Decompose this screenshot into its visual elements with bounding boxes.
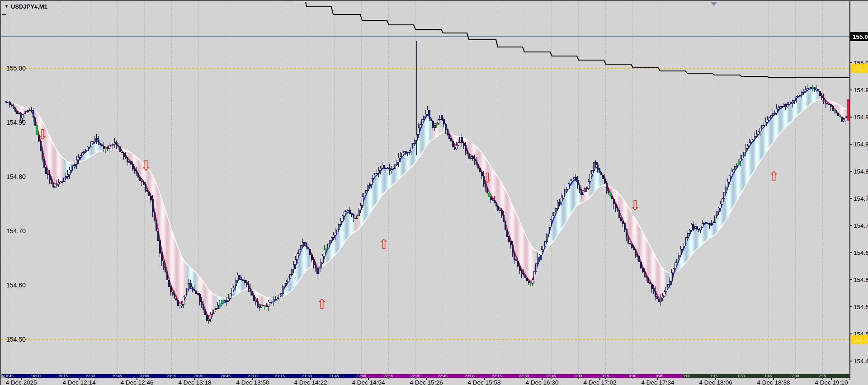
svg-text:20:45: 20:45 <box>221 374 231 378</box>
svg-text:20:15: 20:15 <box>166 374 176 378</box>
svg-text:21:00: 21:00 <box>248 374 258 378</box>
svg-text:154.85: 154.85 <box>854 141 868 148</box>
svg-text:4 Dec 14:54: 4 Dec 14:54 <box>352 379 385 385</box>
svg-text:4 Dec 19:10: 4 Dec 19:10 <box>815 379 848 385</box>
svg-text:154.60: 154.60 <box>854 277 868 283</box>
svg-text:18:45: 18:45 <box>4 374 14 378</box>
down-arrow-icon: ⇩ <box>140 158 151 173</box>
down-arrow-icon: ⇩ <box>37 127 48 142</box>
svg-text:2:00: 2:00 <box>792 374 799 378</box>
svg-text:155.00: 155.00 <box>853 65 868 72</box>
svg-text:4 Dec 2025: 4 Dec 2025 <box>5 379 37 385</box>
svg-text:4 Dec 13:50: 4 Dec 13:50 <box>236 379 269 385</box>
svg-text:0:45: 0:45 <box>656 374 664 378</box>
svg-text:0:30: 0:30 <box>629 374 637 378</box>
svg-text:0:15: 0:15 <box>602 374 609 378</box>
svg-text:2:15: 2:15 <box>819 374 826 378</box>
svg-text:1:00: 1:00 <box>683 374 691 378</box>
svg-text:154.70: 154.70 <box>854 222 868 229</box>
svg-text:20:00: 20:00 <box>139 374 149 378</box>
svg-text:1:45: 1:45 <box>764 374 772 378</box>
svg-text:22:30: 22:30 <box>410 374 420 378</box>
svg-text:154.90: 154.90 <box>6 119 26 126</box>
svg-text:22:15: 22:15 <box>383 374 393 378</box>
svg-text:21:30: 21:30 <box>302 374 312 378</box>
chart-window: ▼ USDJPY#,M1 ⇩⇩⇩⇩⇧⇧⇧155.00154.90154.8015… <box>0 0 868 385</box>
svg-text:4 Dec 16:30: 4 Dec 16:30 <box>526 379 559 385</box>
svg-text:154.70: 154.70 <box>6 227 26 235</box>
chart-title: ▼ USDJPY#,M1 <box>5 3 47 10</box>
svg-text:4 Dec 12:46: 4 Dec 12:46 <box>121 379 154 385</box>
svg-text:154.60: 154.60 <box>6 282 26 289</box>
left-edge-tick <box>2 14 6 15</box>
svg-text:154.55: 154.55 <box>854 304 868 310</box>
svg-text:4 Dec 15:26: 4 Dec 15:26 <box>410 379 443 385</box>
svg-text:4 Dec 17:02: 4 Dec 17:02 <box>584 379 617 385</box>
price-box-yellow: 155.00 <box>850 64 868 73</box>
svg-text:4 Dec 18:06: 4 Dec 18:06 <box>699 379 732 385</box>
svg-text:155.00: 155.00 <box>6 65 26 72</box>
svg-text:154.65: 154.65 <box>854 249 868 256</box>
symbol-dropdown-icon[interactable]: ▼ <box>5 5 9 9</box>
svg-text:19:30: 19:30 <box>85 374 95 378</box>
svg-text:154.45: 154.45 <box>854 358 868 365</box>
svg-text:154.75: 154.75 <box>854 195 868 202</box>
chart-title-label: USDJPY#,M1 <box>11 3 47 10</box>
svg-text:22:00: 22:00 <box>356 374 366 378</box>
svg-text:1:15: 1:15 <box>710 374 718 378</box>
svg-text:0:00: 0:00 <box>575 374 582 378</box>
price-box-yellow: 154.50 <box>850 335 868 344</box>
svg-text:19:00: 19:00 <box>31 374 41 378</box>
svg-text:154.80: 154.80 <box>854 168 868 175</box>
price-chart-canvas[interactable]: ⇩⇩⇩⇩⇧⇧⇧155.00154.90154.80154.70154.60154… <box>1 1 868 385</box>
up-arrow-icon: ⇧ <box>768 169 779 184</box>
down-arrow-icon: ⇩ <box>481 170 493 185</box>
svg-text:1:30: 1:30 <box>737 374 745 378</box>
svg-text:154.90: 154.90 <box>854 114 868 121</box>
svg-text:154.50: 154.50 <box>6 336 26 343</box>
price-box-dark: 155.06 <box>850 32 868 41</box>
svg-text:4 Dec 17:34: 4 Dec 17:34 <box>642 379 675 385</box>
down-arrow-icon: ⇩ <box>629 198 641 213</box>
current-candle-bar <box>847 99 850 121</box>
svg-text:23:15: 23:15 <box>492 374 502 378</box>
svg-text:4 Dec 18:38: 4 Dec 18:38 <box>757 379 790 385</box>
svg-text:19:45: 19:45 <box>112 374 122 378</box>
svg-text:23:00: 23:00 <box>465 374 475 378</box>
svg-text:155.06: 155.06 <box>853 33 868 40</box>
svg-text:21:15: 21:15 <box>275 374 285 378</box>
svg-text:154.95: 154.95 <box>854 87 868 94</box>
svg-text:4 Dec 15:58: 4 Dec 15:58 <box>468 379 501 385</box>
svg-text:4 Dec 14:22: 4 Dec 14:22 <box>294 379 327 385</box>
up-arrow-icon: ⇧ <box>378 237 389 252</box>
svg-text:22:45: 22:45 <box>438 374 448 378</box>
svg-text:20:30: 20:30 <box>193 374 203 378</box>
up-arrow-icon: ⇧ <box>316 296 327 311</box>
svg-text:23:45: 23:45 <box>546 374 556 378</box>
svg-text:4 Dec 12:14: 4 Dec 12:14 <box>63 379 96 385</box>
svg-text:23:30: 23:30 <box>519 374 529 378</box>
svg-text:154.80: 154.80 <box>6 173 26 180</box>
svg-text:154.50: 154.50 <box>853 336 868 343</box>
svg-text:21:45: 21:45 <box>329 374 339 378</box>
svg-text:19:15: 19:15 <box>58 374 68 378</box>
time-axis[interactable]: 4 Dec 20254 Dec 12:144 Dec 12:464 Dec 13… <box>5 378 849 385</box>
session-strip: 18:4519:0019:1519:3019:4520:0020:1520:30… <box>1 374 850 378</box>
svg-text:4 Dec 13:18: 4 Dec 13:18 <box>179 379 212 385</box>
